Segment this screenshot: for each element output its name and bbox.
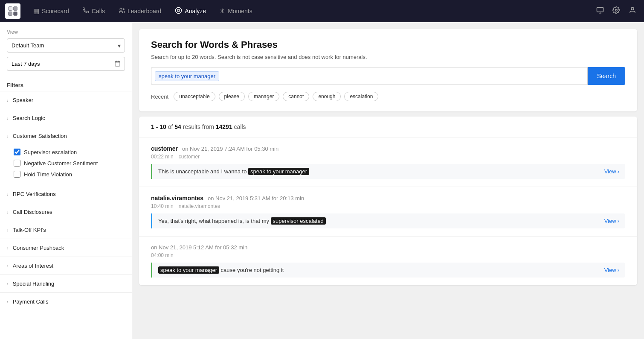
filter-header-areas-interest[interactable]: › Areas of Interest: [0, 257, 132, 275]
svg-rect-6: [9, 12, 12, 15]
search-input[interactable]: [222, 73, 584, 79]
chevron-right-icon: ›: [7, 98, 9, 103]
results-summary: 1 - 10 of 54 results from 14291 calls: [139, 117, 637, 137]
quote-before: This is unacceptable and I wanna to: [158, 168, 247, 175]
chevron-right-icon-6: ›: [7, 245, 9, 251]
chevron-right-icon-3: ›: [7, 192, 9, 197]
result-item: natalie.viramontes on Nov 21, 2019 5:31 …: [139, 187, 637, 237]
nav-scorecard[interactable]: ▦ Scorecard: [27, 5, 75, 18]
filter-section-talkoff: › Talk-Off KPI's: [0, 221, 132, 239]
result-item: on Nov 21, 2019 5:12 AM for 05:32 min 04…: [139, 237, 637, 285]
result-agent: customer: [179, 154, 200, 160]
checkbox-label-negative-sentiment: Negative Customer Sentiment: [24, 160, 98, 167]
quote-highlight: speak to your manager: [248, 168, 309, 175]
recent-tag-manager[interactable]: manager: [248, 92, 279, 101]
nav-leaderboard[interactable]: Leaderboard: [113, 5, 167, 18]
filter-section-consumer-pushback: › Consumer Pushback: [0, 239, 132, 257]
result-meta-top: natalie.viramontes on Nov 21, 2019 5:31 …: [151, 195, 625, 202]
filter-header-rpc[interactable]: › RPC Verifications: [0, 185, 132, 203]
filter-section-speaker: › Speaker: [0, 91, 132, 109]
quote-after-3: cause you're not getting it: [221, 267, 284, 273]
quote-before-2: Yes, that's right, what happened is, is …: [158, 218, 269, 224]
filter-section-customer-satisfaction: › Customer Satisfaction Supervisor escal…: [0, 127, 132, 185]
filter-label-customer-satisfaction: Customer Satisfaction: [13, 133, 67, 139]
filter-header-talkoff[interactable]: › Talk-Off KPI's: [0, 221, 132, 239]
result-agent-2: natalie.viramontes: [179, 203, 220, 209]
recent-row: Recent unacceptable please manager canno…: [151, 92, 625, 101]
search-input-wrapper[interactable]: speak to your manager: [151, 67, 588, 85]
settings-icon[interactable]: [610, 4, 623, 19]
search-bar: speak to your manager Search: [151, 67, 625, 85]
svg-point-9: [123, 9, 125, 10]
analyze-icon: [175, 7, 182, 15]
search-description: Search for up to 20 words. Search is not…: [151, 54, 625, 60]
filter-section-search-logic: › Search Logic: [0, 109, 132, 127]
search-button[interactable]: Search: [588, 67, 625, 85]
filter-label-special-handling: Special Handling: [13, 281, 55, 287]
checkbox-row-supervisor-escalation[interactable]: Supervisor escalation: [14, 146, 125, 158]
chevron-right-icon-9: ›: [7, 299, 9, 304]
filter-header-speaker[interactable]: › Speaker: [0, 91, 132, 109]
result-meta-top-3: on Nov 21, 2019 5:12 AM for 05:32 min: [151, 244, 625, 251]
date-select-wrapper[interactable]: Last 7 days: [7, 57, 125, 71]
filter-section-payment-calls: › Payment Calls: [0, 292, 132, 310]
results-card: 1 - 10 of 54 results from 14291 calls cu…: [139, 117, 637, 285]
svg-rect-7: [14, 12, 17, 15]
result-quote-text-2: Yes, that's right, what happened is, is …: [158, 218, 326, 224]
checkbox-supervisor-escalation[interactable]: [14, 149, 20, 155]
team-select-wrapper[interactable]: Default Team: [7, 38, 125, 53]
chevron-right-icon-3: ›: [618, 267, 619, 273]
chevron-right-icon-7: ›: [7, 263, 9, 269]
filter-label-disclosures: Call Disclosures: [13, 209, 52, 215]
checkbox-row-negative-sentiment[interactable]: Negative Customer Sentiment: [14, 158, 125, 169]
checkbox-negative-sentiment[interactable]: [14, 160, 20, 167]
chevron-right-icon-5: ›: [7, 228, 9, 233]
result-time-3: 04:00 min: [151, 252, 174, 258]
view-link-3[interactable]: View ›: [604, 267, 619, 273]
recent-tag-please[interactable]: please: [219, 92, 245, 101]
main-content: Search for Words & Phrases Search for up…: [132, 22, 644, 339]
quote-highlight-2: supervisor escalated: [271, 217, 326, 225]
scorecard-icon: ▦: [33, 7, 39, 15]
filter-label-rpc: RPC Verifications: [13, 191, 56, 197]
leaderboard-icon: [119, 7, 125, 15]
result-time: 00:22 min: [151, 154, 174, 160]
filter-header-payment-calls[interactable]: › Payment Calls: [0, 293, 132, 310]
svg-rect-12: [597, 7, 603, 12]
chevron-right-icon-4: ›: [7, 210, 9, 215]
view-link-2[interactable]: View ›: [604, 218, 619, 224]
nav-calls[interactable]: Calls: [77, 5, 111, 18]
view-link-1[interactable]: View ›: [604, 168, 619, 175]
filter-header-special-handling[interactable]: › Special Handling: [0, 275, 132, 292]
result-quote: This is unacceptable and I wanna to spea…: [151, 164, 625, 179]
recent-tag-cannot[interactable]: cannot: [283, 92, 309, 101]
recent-tag-unacceptable[interactable]: unacceptable: [174, 92, 215, 101]
filter-label-areas-interest: Areas of Interest: [13, 263, 53, 269]
filter-section-special-handling: › Special Handling: [0, 275, 132, 292]
search-current-tag[interactable]: speak to your manager: [155, 71, 219, 81]
recent-tag-escalation[interactable]: escalation: [344, 92, 378, 101]
results-calls-count: 14291: [216, 123, 232, 130]
nav-moments[interactable]: ✳ Moments: [214, 5, 258, 18]
chevron-right-icon-2: ›: [7, 116, 9, 121]
user-icon[interactable]: [626, 4, 639, 19]
svg-point-13: [615, 9, 618, 11]
svg-point-11: [177, 9, 180, 12]
top-navigation: ▦ Scorecard Calls Leaderboard Analyze ✳ …: [0, 0, 644, 22]
date-input[interactable]: Last 7 days: [7, 57, 125, 71]
monitor-icon[interactable]: [594, 4, 606, 19]
result-sub-meta-2: 10:40 min natalie.viramontes: [151, 203, 625, 209]
filter-header-disclosures[interactable]: › Call Disclosures: [0, 203, 132, 221]
results-of: of: [168, 123, 175, 130]
recent-tag-enough[interactable]: enough: [313, 92, 341, 101]
team-select[interactable]: Default Team: [7, 38, 125, 53]
filter-header-consumer-pushback[interactable]: › Consumer Pushback: [0, 239, 132, 257]
checkbox-hold-time[interactable]: [14, 171, 20, 178]
filter-header-search-logic[interactable]: › Search Logic: [0, 109, 132, 127]
nav-analyze[interactable]: Analyze: [169, 4, 212, 18]
checkbox-row-hold-time[interactable]: Hold TIme Violation: [14, 169, 125, 180]
svg-rect-5: [14, 7, 17, 10]
filter-header-customer-satisfaction[interactable]: › Customer Satisfaction: [0, 127, 132, 145]
result-caller-2: natalie.viramontes: [151, 195, 203, 202]
checkbox-label-supervisor-escalation: Supervisor escalation: [24, 149, 77, 155]
